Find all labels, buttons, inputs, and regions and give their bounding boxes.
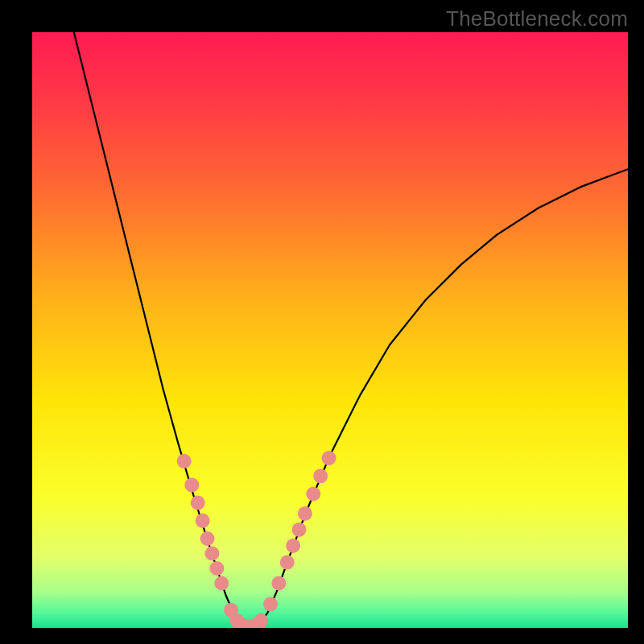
highlight-dot — [177, 454, 192, 469]
gradient-background — [32, 32, 628, 628]
highlight-dot — [254, 613, 268, 628]
highlight-dot — [196, 514, 210, 528]
highlight-dot — [184, 477, 199, 492]
chart-container: TheBottleneck.com — [0, 0, 644, 644]
highlight-dot — [214, 576, 229, 591]
highlight-dot — [271, 576, 286, 591]
highlight-dot — [263, 597, 278, 611]
highlight-dot — [298, 506, 312, 521]
highlight-dot — [313, 469, 328, 483]
highlight-dot — [292, 522, 307, 537]
highlight-dot — [200, 531, 215, 546]
highlight-dot — [191, 496, 205, 510]
highlight-dot — [209, 561, 224, 576]
highlight-dot — [322, 451, 336, 465]
highlight-dot — [286, 539, 300, 553]
highlight-dot — [280, 555, 295, 570]
highlight-dot — [204, 547, 219, 561]
plot-area — [32, 32, 628, 628]
highlight-dot — [306, 487, 320, 502]
chart-svg — [32, 32, 628, 628]
watermark-text: TheBottleneck.com — [446, 6, 628, 31]
